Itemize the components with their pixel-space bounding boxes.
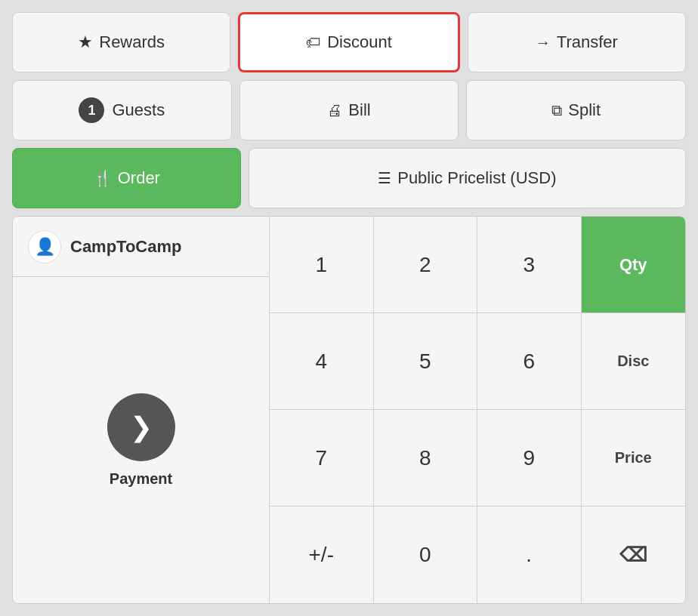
bill-button[interactable]: 🖨 Bill	[239, 80, 459, 140]
customer-body: ❯ Payment	[13, 277, 269, 603]
arrow-icon: →	[536, 34, 551, 51]
order-button[interactable]: 🍴 Order	[12, 148, 241, 208]
split-icon: ⧉	[551, 102, 562, 119]
customer-top: 👤 CampToCamp	[13, 217, 269, 277]
customer-icon: 👤	[28, 230, 61, 263]
key-dot[interactable]: .	[477, 507, 582, 603]
tag-icon: 🏷	[306, 34, 321, 51]
key-9[interactable]: 9	[477, 410, 582, 507]
rewards-button[interactable]: ★ Rewards	[12, 12, 230, 72]
payment-button[interactable]: ❯	[107, 393, 175, 461]
guests-label: Guests	[112, 100, 165, 120]
guests-badge: 1	[79, 97, 104, 123]
numpad-section: 👤 CampToCamp ❯ Payment 1 2 3 Qty 4	[12, 216, 686, 604]
fork-icon: 🍴	[93, 169, 112, 187]
key-4[interactable]: 4	[270, 313, 374, 410]
key-5[interactable]: 5	[374, 313, 478, 410]
key-qty[interactable]: Qty	[582, 217, 686, 313]
key-2[interactable]: 2	[374, 217, 478, 313]
list-icon: ☰	[378, 169, 391, 187]
print-icon: 🖨	[327, 102, 342, 119]
guests-button[interactable]: 1 Guests	[12, 80, 232, 140]
key-plusminus[interactable]: +/-	[270, 507, 374, 603]
key-0[interactable]: 0	[374, 507, 478, 603]
key-6[interactable]: 6	[477, 313, 582, 410]
discount-button[interactable]: 🏷 Discount	[238, 12, 459, 72]
pricelist-button[interactable]: ☰ Public Pricelist (USD)	[249, 148, 686, 208]
customer-name: CampToCamp	[70, 237, 182, 257]
backspace-icon: ⌫	[619, 544, 647, 567]
key-1[interactable]: 1	[270, 217, 374, 313]
third-row: 🍴 Order ☰ Public Pricelist (USD)	[12, 148, 686, 208]
numpad-grid: 1 2 3 Qty 4 5 6 Disc 7 8 9 Price +/- 0 .…	[270, 217, 685, 603]
key-backspace[interactable]: ⌫	[582, 507, 686, 603]
key-8[interactable]: 8	[374, 410, 478, 507]
rewards-label: Rewards	[99, 32, 165, 52]
person-icon: 👤	[35, 237, 55, 257]
pricelist-label: Public Pricelist (USD)	[397, 168, 556, 188]
key-disc[interactable]: Disc	[582, 313, 686, 410]
key-price[interactable]: Price	[582, 410, 686, 507]
order-label: Order	[118, 168, 160, 188]
pos-container: ★ Rewards 🏷 Discount → Transfer 1 Guests…	[0, 0, 698, 616]
star-icon: ★	[78, 32, 93, 52]
key-7[interactable]: 7	[270, 410, 374, 507]
transfer-label: Transfer	[557, 32, 618, 52]
discount-label: Discount	[327, 32, 392, 52]
key-3[interactable]: 3	[477, 217, 582, 313]
top-row: ★ Rewards 🏷 Discount → Transfer	[12, 12, 686, 72]
bill-label: Bill	[348, 100, 370, 120]
split-button[interactable]: ⧉ Split	[466, 80, 686, 140]
payment-label: Payment	[110, 470, 172, 488]
split-label: Split	[568, 100, 601, 120]
transfer-button[interactable]: → Transfer	[468, 12, 686, 72]
chevron-right-icon: ❯	[130, 411, 153, 443]
payment-wrapper: ❯ Payment	[107, 393, 175, 488]
customer-area: 👤 CampToCamp ❯ Payment	[13, 217, 270, 603]
second-row: 1 Guests 🖨 Bill ⧉ Split	[12, 80, 686, 140]
